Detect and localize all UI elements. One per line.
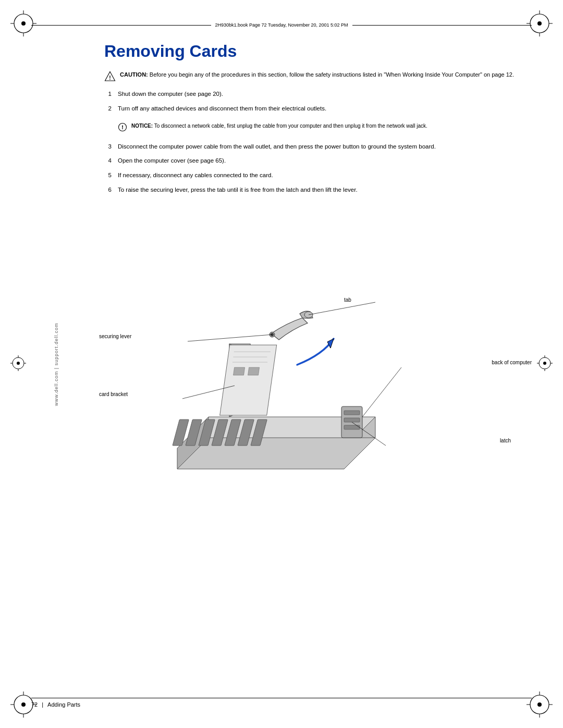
svg-rect-67	[344, 418, 360, 422]
sidebar-text: www.dell.com | support.dell.com	[54, 323, 59, 405]
footer: 72 | Adding Parts	[31, 698, 532, 708]
illustration-container: tab securing lever back of computer card…	[94, 292, 537, 526]
step-4: 4 Open the computer cover (see page 65).	[104, 156, 521, 166]
step-4-num: 4	[104, 156, 112, 166]
step-4-text: Open the computer cover (see page 65).	[118, 156, 521, 166]
steps-list: 1 Shut down the computer (see page 20). …	[104, 90, 521, 195]
step-6: 6 To raise the securing lever, press the…	[104, 186, 521, 195]
step-2-num: 2	[104, 104, 112, 114]
card-removal-illustration	[125, 292, 427, 500]
svg-rect-60	[234, 367, 245, 375]
svg-point-25	[17, 362, 20, 365]
svg-point-19	[537, 702, 542, 707]
header-text: 2H930bk1.book Page 72 Tuesday, November …	[211, 22, 352, 28]
illustration-area: tab securing lever back of computer card…	[94, 292, 537, 526]
step-3-num: 3	[104, 142, 112, 152]
caution-body: Before you begin any of the procedures i…	[150, 71, 514, 78]
page-title: Removing Cards	[104, 42, 521, 61]
caution-block: ! CAUTION: Before you begin any of the p…	[104, 70, 521, 82]
footer-separator: |	[42, 701, 43, 708]
footer-section: Adding Parts	[47, 701, 80, 708]
edge-mark-left	[10, 355, 26, 373]
step-6-num: 6	[104, 186, 112, 195]
notice-label: NOTICE:	[131, 123, 153, 129]
step-2: 2 Turn off any attached devices and disc…	[104, 104, 521, 114]
header-line-left	[31, 25, 211, 26]
header-line-right	[352, 25, 532, 26]
caution-text: CAUTION: Before you begin any of the pro…	[120, 70, 514, 79]
svg-point-31	[543, 362, 546, 365]
svg-rect-61	[248, 367, 260, 375]
svg-point-40	[122, 128, 123, 129]
step-3-text: Disconnect the computer power cable from…	[118, 142, 521, 152]
callout-back-of-computer: back of computer	[492, 360, 532, 365]
step-2-text: Turn off any attached devices and discon…	[118, 104, 521, 114]
svg-point-7	[537, 21, 542, 26]
step-1-text: Shut down the computer (see page 20).	[118, 90, 521, 99]
notice-icon	[118, 122, 127, 132]
step-5-num: 5	[104, 171, 112, 180]
svg-point-1	[21, 21, 26, 26]
svg-rect-66	[344, 411, 360, 415]
callout-latch: latch	[500, 438, 511, 443]
svg-marker-69	[327, 339, 334, 348]
svg-line-71	[188, 335, 272, 341]
svg-text:!: !	[109, 75, 111, 81]
caution-icon: !	[104, 71, 116, 82]
svg-line-73	[362, 367, 401, 417]
step-1: 1 Shut down the computer (see page 20).	[104, 90, 521, 99]
svg-line-70	[309, 302, 375, 315]
notice-text: NOTICE: To disconnect a network cable, f…	[131, 122, 427, 130]
step-3: 3 Disconnect the computer power cable fr…	[104, 142, 521, 152]
svg-rect-56	[220, 345, 277, 415]
edge-mark-right	[537, 355, 553, 373]
header-bar: 2H930bk1.book Page 72 Tuesday, November …	[31, 20, 532, 30]
step-6-text: To raise the securing lever, press the t…	[118, 186, 521, 195]
svg-point-13	[21, 702, 26, 707]
caution-label: CAUTION:	[120, 71, 148, 78]
step-5-text: If necessary, disconnect any cables conn…	[118, 171, 521, 180]
step-1-num: 1	[104, 90, 112, 99]
notice-block: NOTICE: To disconnect a network cable, f…	[118, 122, 427, 132]
footer-page-num: 72	[31, 701, 38, 708]
notice-body: To disconnect a network cable, first unp…	[154, 123, 427, 129]
notice-item: NOTICE: To disconnect a network cable, f…	[104, 119, 521, 137]
callout-card-bracket: card bracket	[99, 391, 128, 398]
step-5: 5 If necessary, disconnect any cables co…	[104, 171, 521, 180]
